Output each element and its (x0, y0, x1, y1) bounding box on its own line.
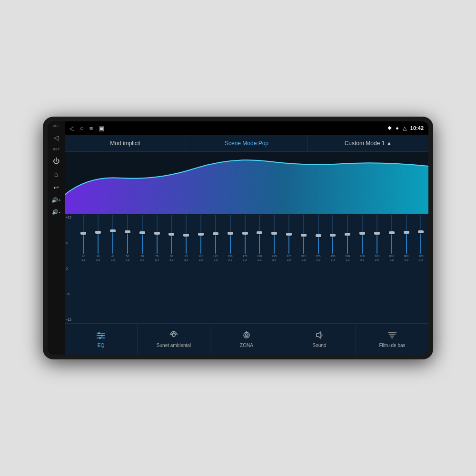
slider-thumb-800[interactable] (389, 231, 395, 234)
device-screen: MC ◁ RST ⏻ ⌂ ↩ 🔊+ 🔊- ◁ ○ ≡ ▣ ✱ ● (48, 121, 428, 355)
slider-track-wrapper-500[interactable] (344, 215, 351, 254)
freq-fc-label-235: 235 (272, 255, 277, 258)
slider-thumb-80[interactable] (169, 233, 174, 236)
slider-thumb-920[interactable] (418, 230, 424, 233)
slider-track-wrapper-40[interactable] (109, 215, 116, 254)
slider-track-wrapper-20[interactable] (80, 215, 87, 254)
slider-track-wrapper-70[interactable] (154, 215, 160, 254)
slider-fill-125 (215, 234, 216, 254)
slider-track-wrapper-175[interactable] (242, 215, 248, 254)
freq-q-label-200: 2.2 (258, 258, 261, 262)
slider-thumb-95[interactable] (183, 234, 189, 237)
slider-labels-50: 502.2 (126, 255, 129, 262)
eq-scale-column: +12 6 0 −6 −12 (65, 214, 76, 323)
mode-custom[interactable]: Custom Mode 1 ▲ (307, 135, 428, 151)
slider-track-wrapper-860[interactable] (403, 215, 410, 254)
freq-fc-label-70: 70 (155, 255, 159, 258)
slider-track-20 (83, 215, 84, 254)
slider-labels-30: 302.2 (96, 255, 100, 262)
slider-labels-315: 3152.2 (301, 255, 306, 262)
slider-labels-95: 952.2 (184, 255, 188, 262)
recent-nav-icon[interactable]: ▣ (99, 125, 104, 132)
eq-label: EQ (98, 343, 104, 348)
zona-label: ZONA (240, 343, 253, 348)
slider-track-wrapper-150[interactable] (227, 215, 234, 254)
vol-up-icon[interactable]: 🔊+ (51, 198, 61, 203)
slider-track-wrapper-375[interactable] (315, 215, 322, 254)
slider-col-435: 4352.2 (326, 215, 340, 323)
freq-q-label-110: 2.2 (199, 258, 203, 262)
nav-sound[interactable]: Sound (283, 324, 356, 355)
back-nav-icon[interactable]: ◁ (69, 125, 74, 132)
slider-thumb-375[interactable] (316, 234, 321, 237)
slider-track-wrapper-600[interactable] (359, 215, 366, 254)
nav-eq[interactable]: EQ (65, 324, 138, 355)
slider-track-wrapper-235[interactable] (271, 215, 278, 254)
home-icon[interactable]: ⌂ (54, 171, 58, 178)
slider-thumb-600[interactable] (359, 232, 365, 235)
slider-track-375 (318, 215, 319, 254)
slider-thumb-860[interactable] (404, 231, 409, 234)
slider-thumb-110[interactable] (198, 233, 204, 236)
slider-labels-20: 202.2 (81, 255, 85, 262)
filtru-bas-icon (387, 331, 397, 341)
slider-thumb-235[interactable] (271, 232, 277, 235)
slider-thumb-275[interactable] (286, 233, 292, 236)
slider-track-wrapper-275[interactable] (286, 215, 292, 254)
home-nav-icon[interactable]: ○ (80, 125, 84, 132)
slider-thumb-150[interactable] (228, 232, 233, 235)
slider-thumb-60[interactable] (139, 231, 145, 234)
slider-col-375: 3752.2 (311, 215, 326, 323)
slider-col-40: 402.2 (106, 215, 120, 323)
slider-track-wrapper-125[interactable] (212, 215, 219, 254)
undo-icon[interactable]: ↩ (53, 184, 59, 191)
menu-nav-icon[interactable]: ≡ (89, 125, 93, 132)
slider-track-wrapper-50[interactable] (124, 215, 131, 254)
power-icon[interactable]: ⏻ (53, 158, 60, 164)
slider-track-wrapper-920[interactable] (417, 215, 424, 254)
slider-thumb-20[interactable] (80, 232, 86, 235)
vol-down-icon[interactable]: 🔊- (52, 209, 60, 215)
slider-thumb-315[interactable] (301, 234, 307, 237)
slider-fill-435 (332, 235, 333, 254)
freq-q-label-700: 2.2 (375, 258, 379, 262)
slider-thumb-50[interactable] (125, 230, 130, 233)
slider-track-wrapper-80[interactable] (168, 215, 175, 254)
slider-thumb-70[interactable] (154, 232, 160, 235)
slider-col-110: 1102.2 (194, 215, 208, 323)
slider-track-60 (142, 215, 143, 254)
back-icon[interactable]: ◁ (54, 134, 59, 141)
nav-sunet-ambiental[interactable]: Sunet ambiental (138, 324, 210, 355)
nav-filtru-bas[interactable]: Filtru de bas (356, 324, 428, 355)
slider-fill-150 (230, 233, 231, 254)
mode-scene[interactable]: Scene Mode:Pop (186, 135, 307, 151)
slider-track-wrapper-95[interactable] (183, 215, 189, 254)
slider-track-wrapper-700[interactable] (374, 215, 380, 254)
status-bar: ◁ ○ ≡ ▣ ✱ ● △ 10:42 (65, 121, 428, 135)
slider-fill-375 (318, 236, 319, 254)
slider-track-860 (406, 215, 407, 254)
mode-mod-implicit[interactable]: Mod implicit (65, 135, 186, 151)
slider-fill-315 (303, 235, 304, 254)
freq-q-label-60: 2.2 (140, 258, 144, 262)
slider-thumb-435[interactable] (330, 234, 336, 237)
slider-thumb-125[interactable] (213, 232, 218, 235)
slider-thumb-500[interactable] (345, 233, 350, 236)
slider-thumb-175[interactable] (242, 232, 248, 235)
slider-thumb-200[interactable] (257, 231, 262, 234)
nav-zona[interactable]: ZONA (210, 324, 283, 355)
slider-thumb-700[interactable] (374, 232, 380, 235)
slider-track-wrapper-800[interactable] (388, 215, 395, 254)
slider-track-wrapper-435[interactable] (329, 215, 336, 254)
slider-fill-20 (83, 233, 84, 254)
slider-col-200: 2002.2 (252, 215, 267, 323)
slider-track-wrapper-60[interactable] (139, 215, 146, 254)
slider-col-860: 8602.2 (399, 215, 414, 323)
slider-track-wrapper-30[interactable] (95, 215, 101, 254)
slider-track-wrapper-200[interactable] (256, 215, 263, 254)
freq-fc-label-125: 125 (213, 255, 218, 258)
slider-track-wrapper-315[interactable] (300, 215, 307, 254)
slider-thumb-30[interactable] (95, 231, 101, 234)
slider-track-wrapper-110[interactable] (198, 215, 204, 254)
slider-thumb-40[interactable] (110, 229, 116, 232)
